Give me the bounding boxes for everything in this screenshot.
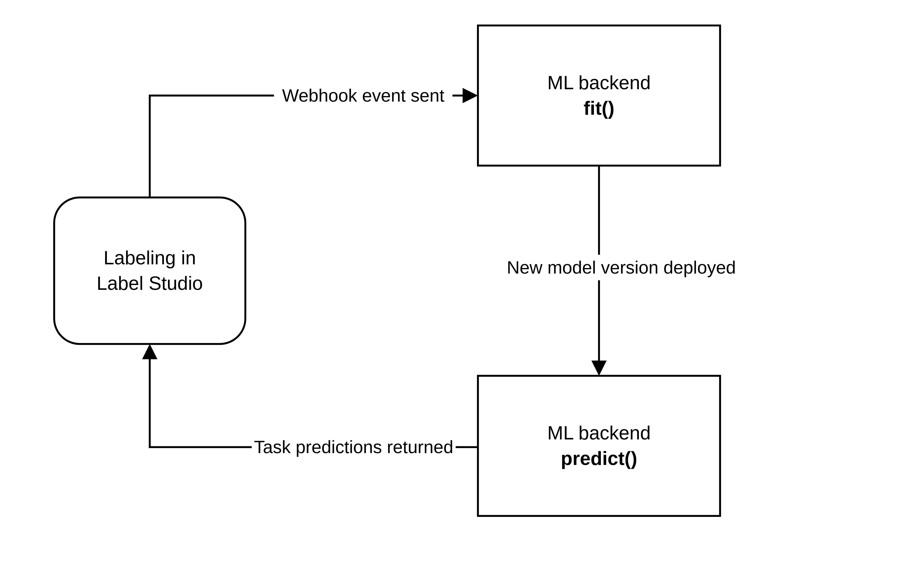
edge-deploy: New model version deployed bbox=[491, 166, 752, 373]
edge-predictions-label: Task predictions returned bbox=[254, 437, 453, 457]
node-label-studio-line1: Labeling in bbox=[103, 247, 196, 268]
node-ml-predict-line2: predict() bbox=[561, 447, 637, 469]
edge-deploy-label: New model version deployed bbox=[507, 257, 736, 277]
svg-rect-2 bbox=[478, 376, 720, 516]
edge-predictions: Task predictions returned bbox=[150, 346, 478, 460]
edge-webhook-label: Webhook event sent bbox=[282, 86, 445, 105]
node-label-studio-line2: Label Studio bbox=[97, 272, 203, 294]
node-ml-fit-line1: ML backend bbox=[547, 72, 651, 93]
svg-rect-0 bbox=[54, 198, 245, 344]
node-ml-fit-line2: fit() bbox=[584, 97, 614, 119]
diagram-canvas: Labeling in Label Studio ML backend fit(… bbox=[0, 0, 924, 560]
node-ml-predict: ML backend predict() bbox=[478, 376, 720, 516]
node-label-studio: Labeling in Label Studio bbox=[54, 198, 245, 344]
node-ml-predict-line1: ML backend bbox=[547, 422, 651, 444]
node-ml-fit: ML backend fit() bbox=[478, 26, 720, 166]
svg-rect-1 bbox=[478, 26, 720, 166]
edge-webhook: Webhook event sent bbox=[150, 83, 475, 198]
